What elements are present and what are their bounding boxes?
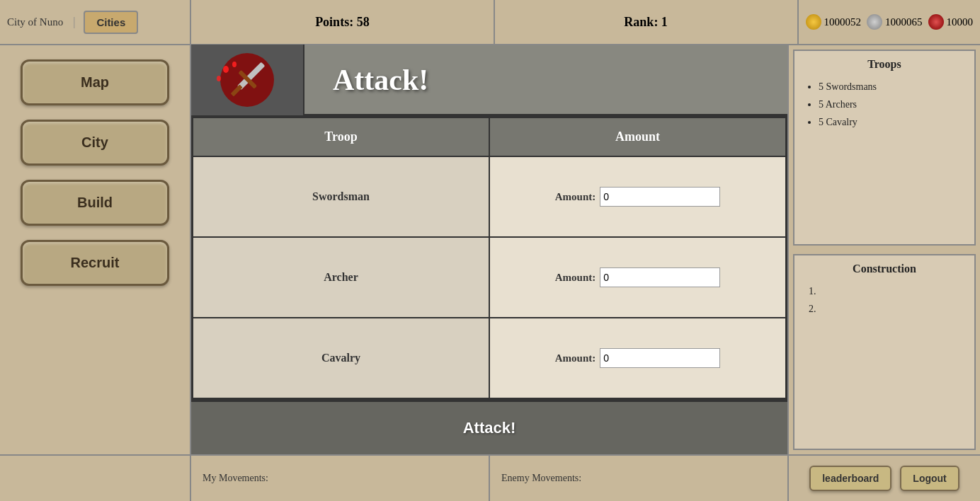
troops-list-item: 5 Cavalry [819,113,967,131]
cities-button[interactable]: Cities [84,11,138,34]
city-nav-button[interactable]: City [21,120,169,166]
col-amount-header: Amount [490,118,785,156]
svg-point-6 [217,76,221,81]
troops-title: Troops [802,58,967,71]
archer-amount-label: Amount: [555,272,596,284]
bottom-actions: leaderboard Logout [789,456,980,501]
silver-value: 1000065 [885,16,923,28]
leaderboard-button[interactable]: leaderboard [809,466,891,491]
archer-amount-cell: Amount: [490,238,785,317]
attack-title: Attack! [304,63,428,97]
svg-point-4 [223,66,229,73]
build-nav-button[interactable]: Build [21,180,169,226]
table-row-cavalry: Cavalry Amount: [193,318,785,398]
right-panel: Troops 5 Swordsmans 5 Archers 5 Cavalry … [789,45,980,454]
swordsman-amount-cell: Amount: [490,157,785,236]
enemy-movements: Enemy Movements: [490,456,789,501]
food-icon [928,14,944,30]
swordsman-label: Swordsman [193,157,490,236]
construction-list [802,282,967,318]
swordsman-amount-label: Amount: [555,191,596,203]
bottom-left-spacer [0,456,191,501]
points-display: Points: 58 [191,0,495,44]
troops-section: Troops 5 Swordsmans 5 Archers 5 Cavalry [793,50,976,246]
cavalry-label: Cavalry [193,318,490,398]
top-bar: City of Nuno | Cities Points: 58 Rank: 1… [0,0,980,45]
troops-list-item: 5 Swordsmans [819,78,967,96]
gold-icon [806,14,821,30]
bottom-bar: My Movements: Enemy Movements: leaderboa… [0,456,980,501]
construction-title: Construction [802,263,967,275]
troops-list-item: 5 Archers [819,96,967,113]
recruit-nav-button[interactable]: Recruit [21,240,169,286]
table-header: Troop Amount [193,118,785,157]
attack-image [191,45,304,115]
table-row-archer: Archer Amount: [193,238,785,318]
cavalry-amount-cell: Amount: [490,318,785,398]
food-resource: 10000 [928,14,974,30]
silver-resource: 1000065 [867,14,923,30]
main-layout: Map City Build Recruit [0,45,980,456]
attack-button[interactable]: Attack! [198,409,780,447]
archer-label: Archer [193,238,490,317]
troop-table: Troop Amount Swordsman Amount: Archer Am… [191,116,787,400]
gold-value: 1000052 [824,16,862,28]
gold-resource: 1000052 [806,14,862,30]
troops-list: 5 Swordsmans 5 Archers 5 Cavalry [802,78,967,132]
rank-display: Rank: 1 [495,0,799,44]
svg-point-5 [232,62,237,67]
swordsman-amount-input[interactable] [600,187,720,207]
my-movements: My Movements: [191,456,490,501]
attack-header: Attack! [191,45,787,116]
map-nav-button[interactable]: Map [21,59,169,105]
logout-button[interactable]: Logout [900,466,959,491]
food-value: 10000 [947,16,974,28]
resources-section: 1000052 1000065 10000 [799,0,981,44]
col-troop-header: Troop [193,118,490,156]
cavalry-amount-input[interactable] [600,348,720,368]
left-sidebar: Map City Build Recruit [0,45,191,454]
table-row-swordsman: Swordsman Amount: [193,157,785,238]
construction-section: Construction [793,254,976,450]
silver-icon [867,14,882,30]
attack-btn-row: Attack! [191,400,787,454]
cavalry-amount-label: Amount: [555,352,596,364]
city-name: City of Nuno [0,16,70,28]
divider: | [70,16,78,28]
city-section: City of Nuno | Cities [0,0,191,44]
construction-item-2 [819,300,967,318]
archer-amount-input[interactable] [600,267,720,287]
construction-item-1 [819,282,967,300]
center-content: Attack! Troop Amount Swordsman Amount: A… [191,45,789,454]
